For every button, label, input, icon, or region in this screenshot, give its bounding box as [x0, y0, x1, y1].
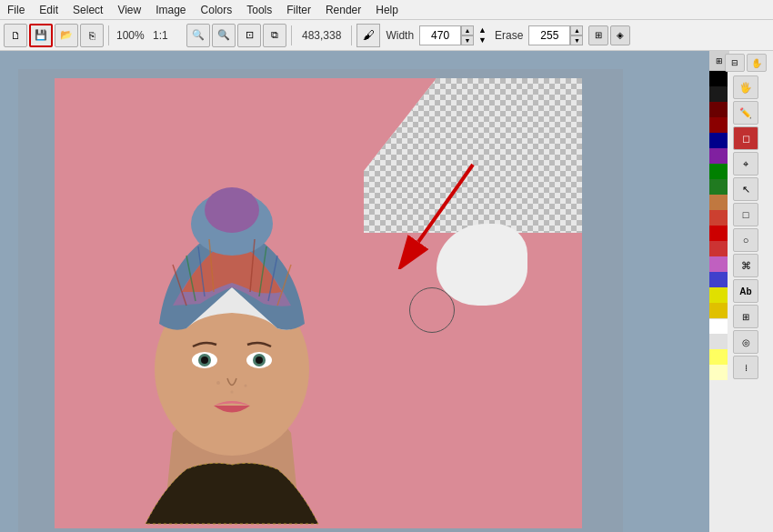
open-button[interactable]: 📂	[55, 24, 78, 47]
erase-down[interactable]: ▼	[570, 35, 583, 45]
zoom-out-button[interactable]: 🔍	[212, 24, 236, 47]
width-label: Width	[382, 29, 417, 42]
eraser-icon: ◻	[742, 133, 750, 145]
grid-icon: ⊟	[731, 58, 738, 67]
lasso-icon: ⌘	[741, 260, 751, 272]
swatch-lightyellow[interactable]	[709, 349, 728, 365]
color-picker-button[interactable]: 🖐	[733, 75, 758, 99]
zoom-out-icon: 🔍	[217, 29, 230, 41]
tool-buttons: ⊟ ✋ 🖐 ✏️ ◻ ⌖ ↖	[729, 51, 762, 532]
width-input[interactable]	[419, 25, 461, 45]
blur-button[interactable]: ◎	[733, 330, 758, 354]
color-picker-icon: 🖐	[739, 82, 752, 94]
brush-icon: 🖌	[363, 28, 375, 42]
sep1	[108, 25, 109, 45]
pencil-button[interactable]: ✏️	[733, 101, 758, 125]
layers-button[interactable]: ⧉	[263, 24, 286, 47]
swatch-yellow[interactable]	[709, 287, 728, 303]
erase-arrows: ▲ ▼	[570, 25, 583, 45]
lasso-button[interactable]: ⌘	[733, 254, 758, 277]
menu-render[interactable]: Render	[318, 2, 368, 18]
erase-spinbox: ▲ ▼	[528, 25, 583, 45]
grid-options-button[interactable]: ⊟	[725, 54, 745, 72]
open-icon: 📂	[60, 29, 73, 41]
zoom-fit-button[interactable]: ⊡	[237, 24, 261, 47]
new-button[interactable]: 🗋	[4, 24, 27, 47]
swap-arrows: ▲ ▼	[478, 25, 487, 45]
swatch-yellow2[interactable]	[709, 303, 728, 318]
brush-mode-button[interactable]: 🖌	[356, 24, 380, 47]
erase-input[interactable]	[528, 25, 570, 45]
swatch-violet[interactable]	[709, 256, 728, 272]
mode-icon-2: ◈	[617, 30, 624, 40]
svg-point-2	[205, 187, 259, 233]
swatch-red4[interactable]	[709, 241, 728, 256]
menu-filter[interactable]: Filter	[279, 2, 318, 18]
swatch-lightgray[interactable]	[709, 334, 728, 349]
swatch-brown[interactable]	[709, 195, 728, 210]
clone-button[interactable]: ⌖	[733, 152, 758, 176]
zoom-ratio: 1:1	[150, 29, 185, 42]
select-pointer-button[interactable]: ↖	[733, 177, 758, 201]
coordinates-display: 483,338	[296, 29, 346, 42]
menu-edit[interactable]: Edit	[32, 2, 65, 18]
rect-select-button[interactable]: □	[733, 203, 758, 226]
canvas-area[interactable]	[0, 51, 709, 532]
save-button[interactable]: 💾	[29, 24, 53, 47]
swatch-blue2[interactable]	[709, 272, 728, 287]
swatch-green2[interactable]	[709, 179, 728, 195]
menu-image[interactable]: Image	[148, 2, 193, 18]
menu-tools[interactable]: Tools	[239, 2, 279, 18]
top-icons: ⊟ ✋	[725, 54, 767, 72]
menu-select[interactable]: Select	[65, 2, 110, 18]
width-up[interactable]: ▲	[461, 25, 474, 35]
clone-icon: ⌖	[743, 158, 748, 170]
swatch-black[interactable]	[709, 71, 728, 86]
swatch-red3[interactable]	[709, 226, 728, 241]
pattern-icon: ⁞	[745, 363, 748, 373]
menu-bar: File Edit Select View Image Colors Tools…	[0, 0, 773, 20]
sidebar: ⊞	[709, 51, 773, 532]
select-pointer-icon: ↖	[742, 184, 750, 196]
menu-help[interactable]: Help	[368, 2, 406, 18]
pan-button[interactable]: ✋	[747, 54, 767, 72]
pattern-button[interactable]: ⁞	[733, 356, 758, 379]
eraser-button[interactable]: ◻	[733, 126, 758, 150]
width-down[interactable]: ▼	[461, 35, 474, 45]
mode-buttons: ⊞ ◈	[588, 25, 630, 45]
toolbar: 🗋 💾 📂 ⎘ 100% 1:1 🔍 🔍 ⊡ ⧉ 483,338 🖌 Width…	[0, 20, 773, 51]
zoom-in-button[interactable]: 🔍	[186, 24, 210, 47]
swatch-purple1[interactable]	[709, 148, 728, 164]
svg-point-5	[201, 356, 208, 364]
swatch-orange-red[interactable]	[709, 210, 728, 226]
swatch-paleyellow[interactable]	[709, 365, 728, 380]
swatch-red2[interactable]	[709, 117, 728, 133]
rect-select-icon: □	[743, 209, 749, 220]
menu-colors[interactable]: Colors	[194, 2, 240, 18]
width-spinbox: ▲ ▼	[419, 25, 474, 45]
zoom-fit-icon: ⊡	[246, 29, 254, 41]
svg-point-8	[256, 356, 263, 364]
text-icon: Ab	[739, 286, 751, 296]
image-canvas	[18, 69, 623, 532]
menu-view[interactable]: View	[110, 2, 148, 18]
save-icon: 💾	[35, 29, 47, 41]
transform-button[interactable]: ⊞	[733, 305, 758, 328]
swatch-darkblue[interactable]	[709, 133, 728, 148]
swatch-green[interactable]	[709, 164, 728, 179]
sep2	[291, 25, 292, 45]
copy-button[interactable]: ⎘	[80, 24, 104, 47]
text-button[interactable]: Ab	[733, 279, 758, 303]
swatch-white[interactable]	[709, 318, 728, 334]
sep3	[351, 25, 352, 45]
menu-file[interactable]: File	[0, 2, 32, 18]
swatch-darkgray[interactable]	[709, 86, 728, 102]
mode-btn-1[interactable]: ⊞	[588, 25, 608, 45]
erase-up[interactable]: ▲	[570, 25, 583, 35]
mode-btn-2[interactable]: ◈	[610, 25, 630, 45]
new-icon: 🗋	[11, 30, 21, 41]
svg-point-9	[216, 381, 220, 385]
ellipse-select-button[interactable]: ○	[733, 228, 758, 252]
swatch-darkred[interactable]	[709, 102, 728, 117]
svg-point-11	[231, 391, 234, 394]
